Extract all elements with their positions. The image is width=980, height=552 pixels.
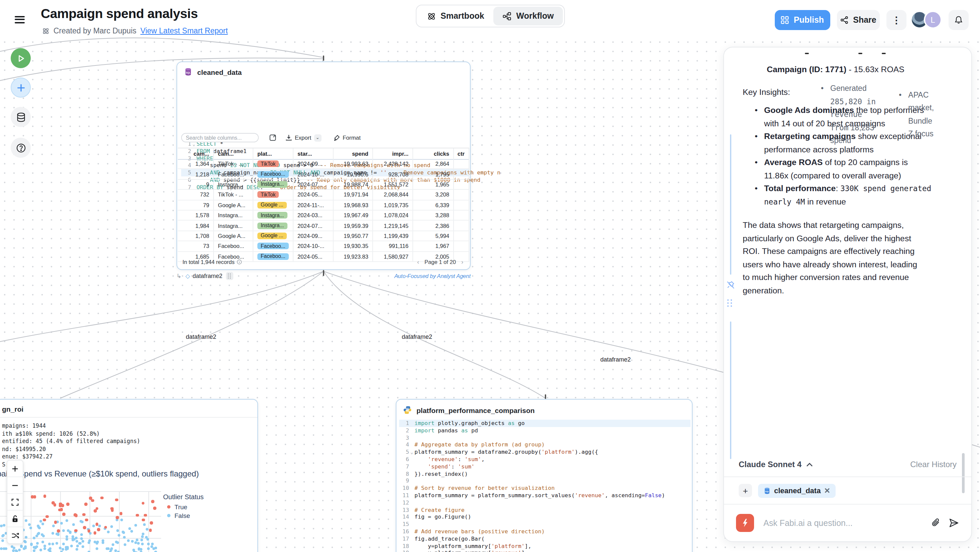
code-line[interactable]: 13# Create figure bbox=[399, 506, 690, 514]
remove-context-icon[interactable]: ✕ bbox=[824, 486, 830, 495]
column-header[interactable]: ctr bbox=[454, 148, 469, 159]
scatter-point bbox=[25, 519, 28, 522]
help-button[interactable] bbox=[11, 138, 31, 158]
prev-page-icon[interactable]: ‹ bbox=[417, 259, 419, 265]
table-row[interactable]: 9Instagra...Instagra...2024-07...19,988.… bbox=[178, 180, 469, 190]
code-line[interactable]: 17fig.add_trace(go.Bar( bbox=[399, 535, 690, 542]
code-line[interactable]: 11platform_summary = platform_summary.so… bbox=[399, 492, 690, 499]
table-row[interactable]: 79Google A...Google ...2024-11-...19,968… bbox=[178, 200, 469, 210]
scatter-point bbox=[96, 547, 99, 550]
code-line[interactable]: 5⌄platform_summary = dataframe2.groupby(… bbox=[399, 449, 690, 456]
export-button[interactable]: Export ⌄ bbox=[285, 134, 321, 142]
question-icon bbox=[16, 143, 26, 153]
scatter-point bbox=[76, 545, 79, 547]
legend-item[interactable]: False bbox=[167, 512, 204, 519]
scatter-point bbox=[38, 526, 40, 528]
node-platform-performance-comparison[interactable]: platform_performance_comparison 1import … bbox=[396, 399, 692, 552]
attach-file-icon[interactable] bbox=[931, 518, 940, 528]
fit-view-button[interactable] bbox=[7, 494, 23, 511]
code-line[interactable]: 15 bbox=[399, 520, 690, 528]
export-options-chevron[interactable]: ⌄ bbox=[314, 134, 321, 142]
code-line[interactable]: 10# Sort by revenue for better visualiza… bbox=[399, 485, 690, 492]
code-line[interactable]: 4# Aggregate data by platform (ad group) bbox=[399, 441, 690, 449]
info-icon bbox=[237, 259, 242, 265]
chat-question-input[interactable] bbox=[762, 518, 923, 528]
search-table-columns-input[interactable] bbox=[181, 133, 259, 142]
scatter-point bbox=[62, 513, 65, 516]
hamburger-menu-button[interactable] bbox=[15, 16, 25, 23]
table-row[interactable]: 1,984Instagra...Instagra...2024-07...19,… bbox=[178, 221, 469, 231]
python-code-editor[interactable]: 1import plotly.graph_objects as go2impor… bbox=[399, 420, 690, 552]
code-line[interactable]: 18 y=platform_summary['platform'], bbox=[399, 542, 690, 550]
drag-handle-icon[interactable] bbox=[226, 272, 233, 280]
avatar[interactable]: L bbox=[924, 11, 942, 29]
scatter-point bbox=[85, 519, 88, 522]
code-line[interactable]: 1import plotly.graph_objects as go bbox=[399, 420, 690, 427]
scatter-point bbox=[49, 547, 51, 550]
next-page-icon[interactable]: › bbox=[461, 259, 463, 265]
zoom-in-button[interactable] bbox=[7, 460, 23, 477]
table-row[interactable]: 1,578Instagra...Instagra...2024-03...19,… bbox=[178, 210, 469, 221]
code-line[interactable]: 12 bbox=[399, 499, 690, 507]
column-header[interactable]: star... bbox=[293, 148, 334, 159]
publish-button[interactable]: Publish bbox=[775, 10, 830, 30]
code-line[interactable]: 8}).reset_index() bbox=[399, 470, 690, 477]
legend-item[interactable]: True bbox=[167, 503, 204, 511]
column-header[interactable]: clicks bbox=[413, 148, 454, 159]
data-sources-button[interactable] bbox=[11, 107, 31, 127]
add-context-button[interactable]: + bbox=[739, 484, 752, 497]
add-node-button[interactable] bbox=[11, 78, 31, 97]
column-header[interactable]: plat... bbox=[253, 148, 293, 159]
scatter-plot[interactable] bbox=[0, 491, 161, 552]
clear-history-button[interactable]: Clear History bbox=[910, 460, 956, 469]
model-selector[interactable]: Claude Sonnet 4 bbox=[739, 460, 813, 469]
zoom-out-button[interactable] bbox=[7, 477, 23, 494]
context-chip-cleaned-data[interactable]: SQL cleaned_data ✕ bbox=[758, 484, 835, 498]
node-campaign-roi[interactable]: gn_roi mpaigns: 1944ith ≥$10k spend: 102… bbox=[0, 399, 258, 552]
table-row[interactable]: 1,364TikTok - ...TikTok2024-09...19,993.… bbox=[178, 159, 469, 169]
share-button[interactable]: Share bbox=[837, 10, 880, 30]
expand-table-icon[interactable] bbox=[269, 134, 276, 141]
tab-smartbook[interactable]: Smartbook bbox=[418, 7, 494, 25]
column-header[interactable]: cam... bbox=[178, 148, 214, 159]
code-line[interactable]: 3 bbox=[399, 434, 690, 441]
scatter-point bbox=[65, 535, 68, 538]
scatter-point bbox=[120, 512, 123, 515]
tab-workflow[interactable]: Workflow bbox=[494, 7, 563, 25]
unpin-icon[interactable] bbox=[726, 280, 735, 290]
code-line[interactable]: 16# Add revenue bars (positive direction… bbox=[399, 528, 690, 535]
more-options-button[interactable]: ⋮ bbox=[886, 10, 907, 30]
scatter-point bbox=[133, 550, 136, 552]
ai-analyst-panel: Campaign (ID: 1771) - 15.63x ROAS •Gener… bbox=[723, 47, 972, 542]
column-header[interactable]: cam... bbox=[214, 148, 253, 159]
code-line[interactable]: 2import pandas as pd bbox=[399, 427, 690, 434]
output-dataframe-tag[interactable]: dataframe2 bbox=[192, 273, 222, 279]
scatter-point bbox=[74, 529, 77, 532]
view-latest-smart-report-link[interactable]: View Latest Smart Report bbox=[140, 27, 228, 35]
scatter-legend[interactable]: Outlier Status TrueFalse bbox=[163, 493, 204, 519]
code-line[interactable]: 7 'spend': 'sum' bbox=[399, 463, 690, 471]
lock-button[interactable] bbox=[7, 511, 23, 527]
column-header[interactable]: impr... bbox=[373, 148, 413, 159]
send-message-icon[interactable] bbox=[948, 518, 959, 528]
notifications-button[interactable] bbox=[948, 10, 969, 30]
scatter-point bbox=[60, 522, 63, 525]
code-line[interactable]: 14fig = go.Figure() bbox=[399, 514, 690, 521]
code-line[interactable]: 9 bbox=[399, 477, 690, 485]
code-line[interactable]: 19 x=platform_summary['revenue'], bbox=[399, 550, 690, 552]
scatter-point bbox=[142, 501, 145, 504]
scatter-point bbox=[33, 495, 37, 498]
table-row[interactable]: 73Faceboo...Faceboo...2024-10-...19,930.… bbox=[178, 241, 469, 251]
code-line[interactable]: 6 'revenue': 'sum', bbox=[399, 456, 690, 463]
drag-dots-icon[interactable] bbox=[727, 299, 733, 307]
result-table[interactable]: 1,364TikTok - ...TikTok2024-09...19,993.… bbox=[178, 159, 469, 262]
shuffle-button[interactable] bbox=[7, 527, 23, 543]
table-row[interactable]: 732TikTok - ...TikTok2024-05...19,971.94… bbox=[178, 190, 469, 200]
format-button[interactable]: Format bbox=[333, 134, 361, 141]
node-cleaned-data[interactable]: SQL cleaned_data 1⌄SELECT *2FROM datafra… bbox=[177, 62, 471, 270]
run-workflow-button[interactable] bbox=[11, 48, 31, 68]
column-header[interactable]: spend bbox=[334, 148, 373, 159]
scatter-point bbox=[95, 523, 98, 526]
table-row[interactable]: 1,708Google A...Google ...2024-09...19,9… bbox=[178, 231, 469, 241]
table-row[interactable]: 1,218Faceboo...Faceboo...2024-10-...19,9… bbox=[178, 169, 469, 180]
